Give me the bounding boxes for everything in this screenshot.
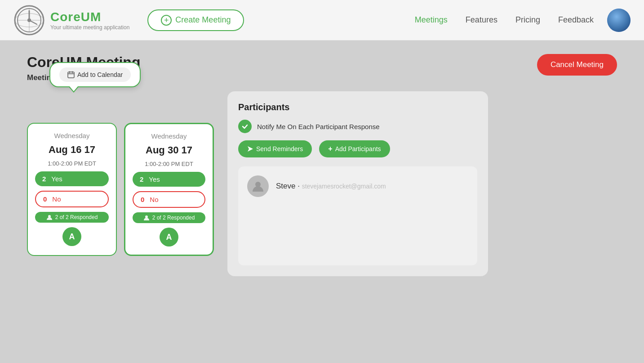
card-2-day: Wednesday	[151, 132, 187, 140]
logo-text: CoreUM Your ultimate meeting application	[50, 10, 129, 31]
logo-icon	[13, 4, 45, 36]
card-1-no-vote[interactable]: 0 No	[35, 191, 109, 207]
participant-name: Steve · stevejamesrocket@gmail.com	[276, 182, 386, 191]
notify-row: Notify Me On Each Participant Response	[238, 120, 477, 133]
main-content: CoreUM Meeting Meeting Type: In-Person C…	[0, 40, 644, 290]
create-meeting-label: Create Meeting	[175, 15, 231, 25]
logo-area: CoreUM Your ultimate meeting application	[13, 4, 129, 36]
responded-icon	[46, 214, 53, 220]
person-icon	[252, 180, 264, 193]
participant-info: Steve · stevejamesrocket@gmail.com	[276, 182, 386, 191]
send-icon	[247, 146, 253, 152]
add-to-calendar-label: Add to Calendar	[77, 71, 123, 78]
logo-tagline: Your ultimate meeting application	[50, 24, 129, 31]
add-participants-label: Add Participants	[335, 145, 381, 152]
send-reminders-label: Send Reminders	[256, 145, 303, 152]
responded-icon-2	[143, 215, 150, 221]
participant-email: stevejamesrocket@gmail.com	[302, 183, 386, 190]
logo-name-start: Core	[50, 10, 81, 24]
svg-line-4	[29, 20, 37, 24]
svg-rect-8	[68, 72, 74, 78]
participants-list: Steve · stevejamesrocket@gmail.com	[238, 166, 477, 265]
card-1-time: 1:00-2:00 PM EDT	[48, 160, 96, 167]
date-cards-wrapper: Add to Calendar Wednesday Aug 16 17 1:00…	[27, 91, 214, 276]
notify-checkbox[interactable]	[238, 120, 252, 133]
nav-meetings[interactable]: Meetings	[415, 15, 448, 25]
nav-links: Meetings Features Pricing Feedback	[415, 15, 594, 25]
cancel-meeting-button[interactable]: Cancel Meeting	[537, 54, 617, 76]
card-2-no-vote[interactable]: 0 No	[133, 191, 205, 208]
nav-feedback[interactable]: Feedback	[558, 15, 594, 25]
card-1-day: Wednesday	[54, 132, 90, 139]
calendar-icon	[67, 71, 75, 78]
card-2-yes-vote[interactable]: 2 Yes	[133, 172, 205, 187]
participants-title: Participants	[238, 102, 477, 112]
add-icon: +	[328, 145, 332, 153]
card-1-no-label: No	[52, 195, 61, 203]
date-card-1[interactable]: Wednesday Aug 16 17 1:00-2:00 PM EDT 2 Y…	[27, 123, 117, 256]
logo-brand: CoreUM	[50, 10, 129, 24]
card-1-yes-label: Yes	[51, 175, 62, 183]
card-1-yes-count: 2	[42, 175, 46, 183]
body-row: Add to Calendar Wednesday Aug 16 17 1:00…	[27, 91, 617, 276]
plus-circle-icon: +	[161, 15, 172, 26]
card-1-date: Aug 16 17	[49, 144, 95, 156]
card-1-yes-vote[interactable]: 2 Yes	[35, 171, 109, 186]
add-participants-button[interactable]: + Add Participants	[319, 140, 390, 157]
nav-pricing[interactable]: Pricing	[515, 15, 540, 25]
nav-features[interactable]: Features	[466, 15, 497, 25]
add-to-calendar-button[interactable]: Add to Calendar	[59, 67, 131, 82]
card-1-responded-text: 2 of 2 Responded	[55, 214, 98, 220]
card-2-responded: 2 of 2 Responded	[133, 212, 205, 223]
card-2-yes-count: 2	[140, 175, 143, 183]
participant-row: Steve · stevejamesrocket@gmail.com	[247, 175, 468, 197]
svg-marker-14	[248, 146, 253, 152]
send-reminders-button[interactable]: Send Reminders	[238, 140, 312, 157]
participant-icon	[247, 175, 269, 197]
participants-panel: Participants Notify Me On Each Participa…	[227, 91, 488, 276]
create-meeting-button[interactable]: + Create Meeting	[147, 9, 244, 31]
card-2-date: Aug 30 17	[146, 144, 192, 156]
card-2-yes-label: Yes	[149, 175, 160, 183]
card-2-no-label: No	[150, 196, 158, 203]
card-1-no-count: 0	[43, 195, 47, 203]
add-to-calendar-popup: Add to Calendar	[49, 62, 141, 87]
date-card-2[interactable]: Wednesday Aug 30 17 1:00-2:00 PM EDT 2 Y…	[124, 123, 214, 256]
card-2-time: 1:00-2:00 PM EDT	[145, 161, 193, 167]
notify-label: Notify Me On Each Participant Response	[257, 123, 380, 130]
card-1-avatar: A	[62, 227, 81, 246]
card-2-responded-text: 2 of 2 Responded	[152, 215, 195, 221]
checkmark-icon	[241, 123, 249, 130]
card-1-responded: 2 of 2 Responded	[35, 212, 109, 223]
avatar-image	[607, 9, 631, 32]
header: CoreUM Your ultimate meeting application…	[0, 0, 644, 40]
date-cards-area: Wednesday Aug 16 17 1:00-2:00 PM EDT 2 Y…	[27, 123, 214, 256]
user-avatar[interactable]	[607, 9, 631, 32]
logo-name-end: UM	[81, 10, 102, 24]
card-2-avatar: A	[160, 228, 178, 246]
actions-row: Send Reminders + Add Participants	[238, 140, 477, 157]
card-2-no-count: 0	[141, 196, 144, 203]
